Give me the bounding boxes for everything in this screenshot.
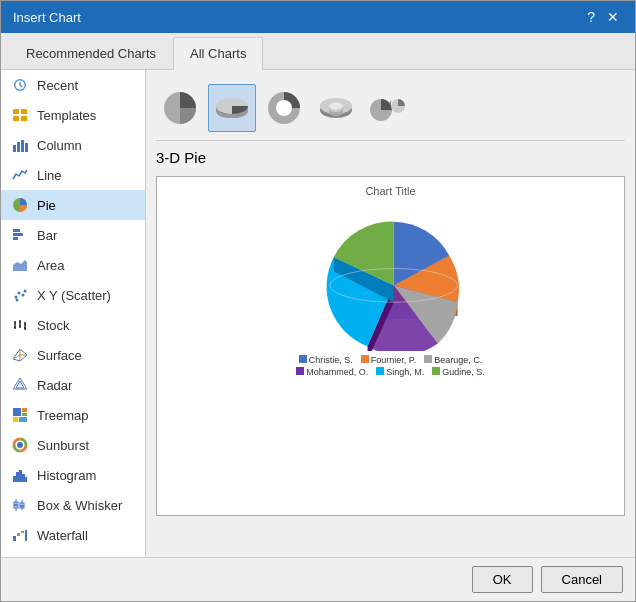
- sidebar-label-boxwhisker: Box & Whisker: [37, 498, 122, 513]
- sidebar-label-sunburst: Sunburst: [37, 438, 89, 453]
- help-button[interactable]: ?: [583, 10, 599, 24]
- sidebar-item-bar[interactable]: Bar: [1, 220, 145, 250]
- tab-all-charts[interactable]: All Charts: [173, 37, 263, 70]
- sidebar-item-pie[interactable]: Pie: [1, 190, 145, 220]
- svg-line-72: [390, 101, 391, 104]
- sidebar-item-xyscatter[interactable]: X Y (Scatter): [1, 280, 145, 310]
- svg-rect-41: [13, 476, 16, 482]
- svg-point-66: [276, 100, 292, 116]
- chart-legend: Christie, S. Fournier, P. Bearuge, C. Mo…: [281, 351, 501, 381]
- area-icon: [11, 256, 29, 274]
- sidebar-item-column[interactable]: Column: [1, 130, 145, 160]
- dialog-title: Insert Chart: [13, 10, 81, 25]
- svg-rect-4: [13, 145, 16, 152]
- svg-rect-43: [19, 470, 22, 482]
- svg-rect-10: [13, 233, 23, 236]
- chart-type-icons: [156, 80, 625, 141]
- svg-rect-37: [19, 417, 27, 422]
- legend-item-1: Fournier, P.: [361, 355, 416, 365]
- svg-rect-6: [21, 140, 24, 152]
- sidebar-item-waterfall[interactable]: Waterfall: [1, 520, 145, 550]
- svg-rect-1: [21, 109, 27, 114]
- surface-icon: [11, 346, 29, 364]
- svg-rect-2: [13, 116, 19, 121]
- sidebar-item-funnel[interactable]: Funnel: [1, 550, 145, 557]
- dialog-footer: OK Cancel: [1, 557, 635, 601]
- sidebar-item-stock[interactable]: Stock: [1, 310, 145, 340]
- chart-type-doughnut[interactable]: [260, 84, 308, 132]
- sidebar-item-histogram[interactable]: Histogram: [1, 460, 145, 490]
- svg-rect-3: [21, 116, 27, 121]
- sidebar: Recent Templates: [1, 70, 146, 557]
- sidebar-item-treemap[interactable]: Treemap: [1, 400, 145, 430]
- sidebar-label-area: Area: [37, 258, 64, 273]
- sidebar-label-bar: Bar: [37, 228, 57, 243]
- legend-item-5: Gudine, S.: [432, 367, 485, 377]
- sidebar-item-boxwhisker[interactable]: Box & Whisker: [1, 490, 145, 520]
- sidebar-item-area[interactable]: Area: [1, 250, 145, 280]
- tab-recommended[interactable]: Recommended Charts: [9, 37, 173, 69]
- insert-chart-dialog: Insert Chart ? ✕ Recommended Charts All …: [0, 0, 636, 602]
- histogram-icon: [11, 466, 29, 484]
- svg-rect-45: [25, 477, 27, 482]
- sidebar-label-stock: Stock: [37, 318, 70, 333]
- sidebar-item-radar[interactable]: Radar: [1, 370, 145, 400]
- treemap-icon: [11, 406, 29, 424]
- chart-preview-title: Chart Title: [365, 185, 415, 197]
- svg-rect-53: [17, 533, 20, 536]
- recent-icon: [11, 76, 29, 94]
- sidebar-label-line: Line: [37, 168, 62, 183]
- legend-item-2: Bearuge, C.: [424, 355, 482, 365]
- chart-type-pieofpie[interactable]: [364, 84, 412, 132]
- svg-rect-33: [13, 408, 21, 416]
- close-button[interactable]: ✕: [603, 10, 623, 24]
- svg-rect-52: [13, 536, 16, 541]
- svg-rect-35: [22, 413, 27, 416]
- sidebar-item-line[interactable]: Line: [1, 160, 145, 190]
- chart-type-pie3d[interactable]: [208, 84, 256, 132]
- svg-point-13: [15, 296, 18, 299]
- ok-button[interactable]: OK: [472, 566, 533, 593]
- svg-point-14: [18, 292, 21, 295]
- svg-rect-5: [17, 142, 20, 152]
- svg-rect-34: [22, 408, 27, 412]
- boxwhisker-icon: [11, 496, 29, 514]
- legend-item-3: Mohammed, O.: [296, 367, 368, 377]
- sidebar-label-radar: Radar: [37, 378, 72, 393]
- sidebar-item-sunburst[interactable]: Sunburst: [1, 430, 145, 460]
- sidebar-item-recent[interactable]: Recent: [1, 70, 145, 100]
- selected-chart-name: 3-D Pie: [156, 149, 625, 166]
- main-content: Recent Templates: [1, 70, 635, 557]
- templates-icon: [11, 106, 29, 124]
- legend-item-0: Christie, S.: [299, 355, 353, 365]
- svg-rect-44: [22, 474, 25, 482]
- sidebar-item-templates[interactable]: Templates: [1, 100, 145, 130]
- chart-type-doughnut3d[interactable]: [312, 84, 360, 132]
- sidebar-label-histogram: Histogram: [37, 468, 96, 483]
- svg-point-38: [17, 442, 23, 448]
- sidebar-label-recent: Recent: [37, 78, 78, 93]
- stock-icon: [11, 316, 29, 334]
- column-icon: [11, 136, 29, 154]
- chart-main-panel: 3-D Pie Chart Title: [146, 70, 635, 557]
- line-icon: [11, 166, 29, 184]
- sidebar-label-waterfall: Waterfall: [37, 528, 88, 543]
- svg-point-16: [24, 290, 27, 293]
- sidebar-label-surface: Surface: [37, 348, 82, 363]
- svg-rect-9: [13, 229, 20, 232]
- svg-rect-55: [25, 530, 27, 541]
- chart-type-pie2d[interactable]: [156, 84, 204, 132]
- svg-point-15: [22, 294, 25, 297]
- title-bar-controls: ? ✕: [583, 10, 623, 24]
- legend-item-4: Singh, M.: [376, 367, 424, 377]
- tab-bar: Recommended Charts All Charts: [1, 33, 635, 70]
- radar-icon: [11, 376, 29, 394]
- svg-point-69: [329, 103, 343, 110]
- svg-rect-11: [13, 237, 18, 240]
- cancel-button[interactable]: Cancel: [541, 566, 623, 593]
- sidebar-item-surface[interactable]: Surface: [1, 340, 145, 370]
- sunburst-icon: [11, 436, 29, 454]
- svg-rect-42: [16, 472, 19, 482]
- chart-preview-svg: [281, 201, 501, 351]
- sidebar-label-xyscatter: X Y (Scatter): [37, 288, 111, 303]
